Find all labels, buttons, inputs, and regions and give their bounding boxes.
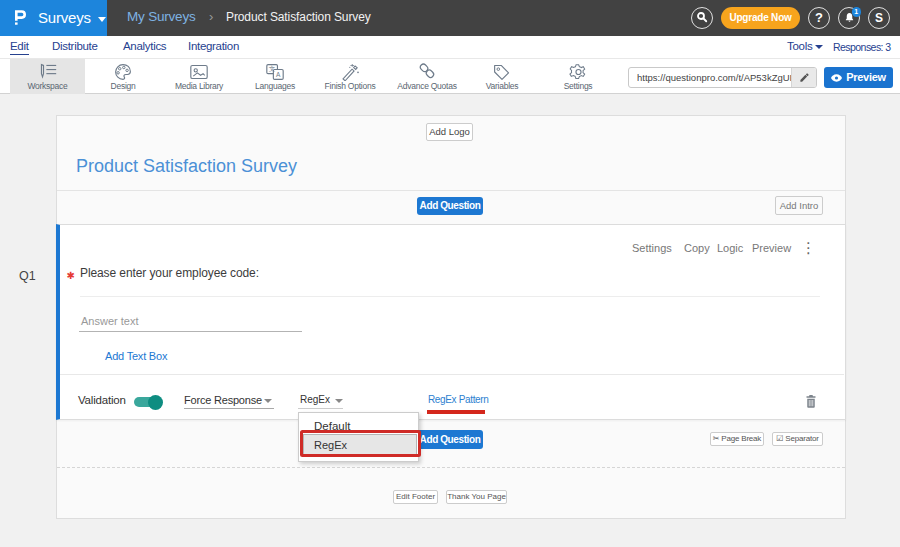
- svg-text:文: 文: [269, 65, 276, 72]
- svg-text:A: A: [276, 71, 281, 78]
